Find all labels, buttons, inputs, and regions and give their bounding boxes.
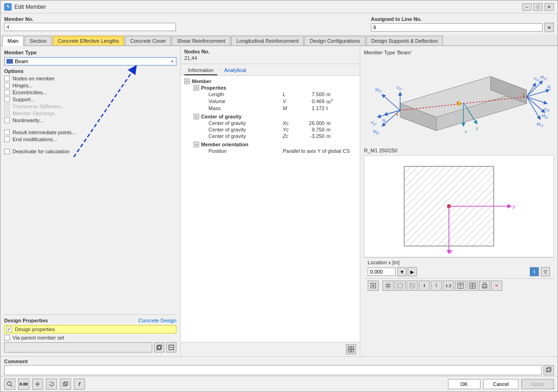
bottom-formula-button[interactable]: f — [74, 379, 85, 390]
svg-rect-3 — [158, 345, 162, 349]
beam-diagram-container: Mz,i Vz,i Vy,i My,i — [364, 57, 554, 148]
section-diagram-svg: y z — [364, 156, 553, 257]
assigned-row: ✕ — [371, 23, 554, 32]
options-group: Nodes on member Hinges... Eccentricities… — [4, 76, 176, 154]
design-properties-checkbox-row[interactable]: ✓ Design properties — [4, 325, 176, 333]
tb-number-button[interactable]: 1.2 — [443, 281, 454, 291]
tab-main[interactable]: Main — [2, 36, 24, 46]
tree-member: − Member − Properties Length — [181, 78, 360, 155]
prop-symbol-length: L — [283, 91, 297, 97]
comment-section: Comment — [0, 356, 558, 376]
svg-text:My,j: My,j — [542, 113, 548, 119]
svg-line-15 — [382, 94, 400, 110]
tree-prop-zc: Center of gravity Zc -3.250 m — [194, 133, 356, 139]
checkbox-eccentricities[interactable] — [4, 90, 10, 95]
label-nonlinearity: Nonlinearity... — [13, 118, 43, 123]
assigned-label: Assigned to Line No. — [371, 16, 554, 22]
tree-member-expand[interactable]: − — [184, 78, 190, 84]
checkbox-hinges[interactable] — [4, 83, 10, 88]
tree-cog-group: − Center of gravity Center of gravity Xc… — [184, 113, 356, 139]
member-no-group: Member No. — [4, 16, 176, 32]
apply-button[interactable]: Apply — [521, 379, 554, 389]
location-controls: ▼ ▶ i ▽ — [368, 267, 550, 276]
tab-design-configurations[interactable]: Design Configurations — [305, 36, 365, 46]
tab-design-supports-deflection[interactable]: Design Supports & Deflection — [366, 36, 443, 46]
tab-shear-reinforcement[interactable]: Shear Reinforcement — [172, 36, 230, 46]
comment-input[interactable] — [4, 365, 542, 375]
tab-section[interactable]: Section — [25, 36, 52, 46]
maximize-button[interactable]: □ — [533, 3, 543, 11]
ok-button[interactable]: OK — [448, 379, 480, 389]
tb-deselect-button[interactable] — [407, 281, 418, 291]
tb-grid-button[interactable] — [383, 281, 394, 291]
checkbox-via-parent-member[interactable] — [4, 335, 10, 340]
table-icon — [457, 282, 464, 289]
refresh-icon — [48, 381, 55, 387]
design-props-header: Design Properties Concrete Design — [4, 318, 176, 323]
label-hinges: Hinges... — [13, 83, 32, 88]
grid-view-button[interactable] — [346, 344, 356, 354]
checkbox-transverse-stiffeners — [4, 104, 10, 109]
checkbox-result-intermediate-points[interactable] — [4, 130, 10, 135]
tab-analytical[interactable]: Analytical — [221, 66, 250, 75]
prop-value-position: Parallel to axis Y of global CS — [283, 148, 352, 154]
prop-symbol-yc: Yc — [283, 127, 297, 132]
design-copy-button[interactable] — [154, 342, 164, 353]
tab-concrete-cover[interactable]: Concrete Cover — [125, 36, 171, 46]
concrete-design-link[interactable]: Concrete Design — [138, 318, 176, 323]
checkbox-deactivate-for-calculation[interactable] — [4, 149, 10, 154]
location-input[interactable] — [368, 268, 396, 276]
comment-icon-button[interactable] — [544, 365, 554, 375]
tree-properties-expand[interactable]: − — [194, 85, 199, 91]
svg-rect-75 — [547, 367, 551, 371]
tb-text2-button[interactable]: Ī — [431, 281, 442, 291]
tab-longitudinal-reinforcement[interactable]: Longitudinal Reinforcement — [231, 36, 304, 46]
checkbox-nodes-on-member[interactable] — [4, 76, 10, 81]
tb-table2-button[interactable] — [467, 281, 478, 291]
bottom-add-button[interactable] — [32, 379, 43, 390]
tb-print-button[interactable] — [479, 281, 490, 291]
tab-concrete-effective-lengths[interactable]: Concrete Effective Lengths — [53, 36, 124, 46]
checkbox-end-modifications[interactable] — [4, 137, 10, 142]
bottom-search-button[interactable] — [4, 379, 15, 390]
main-content: Member No. Assigned to Line No. ✕ Main S… — [0, 13, 558, 392]
toolbar-separator-1 — [380, 281, 382, 291]
minimize-button[interactable]: ─ — [522, 3, 532, 11]
location-up-button[interactable]: ▶ — [408, 267, 417, 276]
checkbox-design-properties[interactable]: ✓ — [6, 327, 12, 332]
tree-cog-expand[interactable]: − — [194, 114, 199, 119]
location-buttons: ▼ ▶ — [397, 267, 417, 276]
location-filter-button[interactable]: ▽ — [541, 267, 550, 276]
tab-information[interactable]: Information — [184, 66, 217, 75]
location-down-button[interactable]: ▼ — [397, 267, 407, 276]
member-no-input[interactable] — [4, 23, 176, 31]
checkbox-support[interactable] — [4, 97, 10, 102]
svg-marker-80 — [50, 382, 52, 383]
prop-symbol-volume: V — [283, 98, 297, 104]
tb-select-button[interactable] — [395, 281, 406, 291]
bottom-refresh-button[interactable] — [46, 379, 57, 390]
bottom-number-button[interactable]: 0.00 — [18, 379, 29, 390]
svg-text:Mz,j: Mz,j — [537, 122, 544, 127]
checkbox-nonlinearity[interactable] — [4, 118, 10, 123]
design-edit-button[interactable] — [166, 342, 176, 353]
member-type-dropdown[interactable]: Beam ▼ — [4, 57, 176, 65]
close-button[interactable]: ✕ — [545, 3, 554, 11]
tree-orientation-expand[interactable]: − — [194, 142, 199, 147]
tb-settings-button[interactable]: ✕ — [491, 281, 502, 291]
cancel-button[interactable]: Cancel — [483, 379, 519, 389]
nodes-label: Nodes No. — [184, 49, 356, 54]
bottom-copy-button[interactable] — [60, 379, 71, 390]
member-type-icon — [6, 59, 13, 64]
tb-move-button[interactable] — [368, 281, 379, 291]
svg-text:Mx,j: Mx,j — [540, 75, 547, 80]
tb-table-button[interactable] — [455, 281, 466, 291]
location-info-button[interactable]: i — [530, 267, 539, 276]
svg-text:z: z — [464, 129, 467, 134]
comment-label: Comment — [4, 359, 554, 364]
assigned-input[interactable] — [371, 23, 543, 32]
tb-text-button[interactable]: I — [419, 281, 430, 291]
clear-assigned-button[interactable]: ✕ — [545, 23, 554, 32]
design-input-field[interactable] — [4, 342, 152, 353]
info-tabs: Information | Analytical — [181, 64, 360, 76]
